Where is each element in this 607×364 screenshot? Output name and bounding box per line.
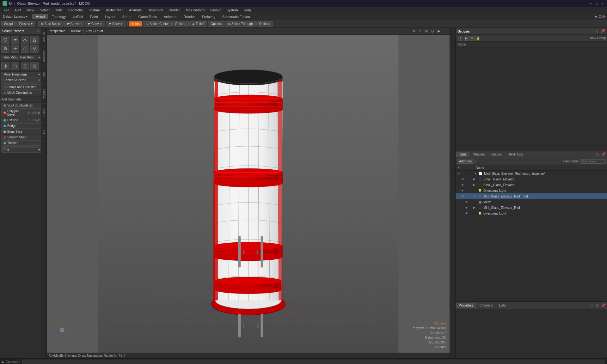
groups-new-label[interactable]: New Group	[590, 36, 606, 40]
menu-render[interactable]: Render	[166, 8, 182, 13]
sculpt-icon-2[interactable]	[11, 36, 19, 44]
tab-schematic-fusion[interactable]: Schematic Fusion	[219, 14, 253, 19]
transform-icon[interactable]	[30, 62, 39, 70]
item-row-sge2[interactable]: 👁 ▶ ⬡ Small_Glass_Elevator	[456, 182, 607, 188]
item-row-dl1[interactable]: 👁 💡 Directional Light	[456, 188, 607, 193]
item-menu-button[interactable]: Item Menu: New Item ▾	[1, 55, 41, 60]
window-controls[interactable]: − □ ×	[589, 1, 604, 6]
menu-dynamics[interactable]: Dynamics	[145, 8, 165, 13]
groups-expand-icon[interactable]: ⬡	[596, 29, 599, 33]
convert-button-2[interactable]: ⇄ Convert	[85, 21, 105, 27]
item-mesh-eye[interactable]: 👁	[464, 200, 469, 204]
move-icon[interactable]	[1, 62, 9, 70]
tab-game-tools[interactable]: Game Tools	[135, 14, 160, 19]
item-mger-eye[interactable]: 👁	[461, 194, 465, 198]
tab-shading[interactable]: Shading	[470, 152, 488, 157]
menu-vertex-map[interactable]: Vertex Map	[103, 8, 126, 13]
rotate-icon[interactable]	[11, 62, 19, 70]
sculpt-icon-7[interactable]	[21, 45, 29, 53]
groups-new-icon[interactable]: +	[458, 36, 463, 41]
sculpt-icon-5[interactable]	[1, 45, 9, 53]
tab-channels[interactable]: Channels	[476, 303, 496, 308]
menu-view[interactable]: View	[24, 8, 37, 13]
command-input[interactable]	[22, 360, 605, 364]
viewport-canvas[interactable]: X Z Y No Items Polygons : Catmull-Clark …	[47, 35, 450, 353]
sds-subdivide-button[interactable]: SDS Subdivide 2x	[1, 103, 41, 108]
raygl-label[interactable]: Ray GL: Off	[86, 29, 103, 33]
sculpt-icon-6[interactable]	[11, 45, 19, 53]
item-sge1-eye[interactable]: 👁	[461, 177, 465, 181]
item-mger2-eye[interactable]: 👁	[464, 205, 469, 210]
star-only[interactable]: ★ Only	[594, 15, 606, 19]
item-row-mger[interactable]: 👁 ▼ ⬡ Mini_Glass_Elevator_Red_mod ...	[456, 193, 607, 199]
center-selected-button[interactable]: Center Selected ▾	[1, 77, 41, 83]
tab-setup[interactable]: Setup	[119, 14, 135, 19]
tab-mesh-ops[interactable]: Mesh Ops	[505, 152, 526, 157]
add-item-arrow[interactable]: ▾	[475, 160, 477, 163]
options-button-2[interactable]: Options	[208, 21, 224, 27]
tab-uvedit[interactable]: UvEdit	[70, 14, 86, 19]
convert-button-1[interactable]: ⇄ Convert	[64, 21, 84, 27]
viewport-icon-5[interactable]: ▶	[436, 29, 441, 34]
close-button[interactable]: ×	[600, 1, 604, 6]
smooth-shaft-button[interactable]: Smooth Shaft	[1, 135, 41, 140]
tab-properties[interactable]: Properties	[456, 303, 476, 308]
vtab-mini-edit[interactable]: Mini Edit	[41, 28, 46, 47]
props-add-icon[interactable]: +	[590, 304, 594, 307]
item-row-mesh[interactable]: 👁 ▦ Mesh	[456, 199, 607, 205]
options-button-1[interactable]: Options	[172, 21, 189, 27]
item-row-dl2[interactable]: 👁 💡 Directional Light	[456, 210, 607, 216]
action-center-button[interactable]: ◎ Action Center	[143, 21, 172, 27]
viewport-icon-4[interactable]: ◎	[430, 29, 435, 34]
vtab-polygon[interactable]: Polygon	[41, 85, 46, 104]
item-sge2-eye[interactable]: 👁	[461, 183, 465, 187]
item-mger2-expand[interactable]: ▶	[473, 206, 476, 209]
menu-select[interactable]: Select	[37, 8, 52, 13]
item-root-expand[interactable]: ▼	[474, 172, 477, 175]
menu-help[interactable]: Help	[241, 8, 254, 13]
viewport-icon-3[interactable]: ⊞	[424, 29, 429, 34]
tab-lists[interactable]: Lists	[496, 303, 509, 308]
sculpt-icon-8[interactable]	[30, 45, 39, 53]
snaps-precision-button[interactable]: ⊞ Snaps and Precision	[1, 84, 41, 90]
menu-layout[interactable]: Layout	[208, 8, 223, 13]
menu-texture[interactable]: Texture	[86, 8, 103, 13]
edit-button[interactable]: Edit ▾	[1, 147, 41, 153]
tab-add[interactable]: +	[254, 14, 262, 19]
item-mger-expand[interactable]: ▼	[473, 195, 476, 198]
options-button-3[interactable]: Options	[256, 21, 273, 27]
props-pin-icon[interactable]: 📌	[600, 303, 607, 307]
presets-button[interactable]: Presets ▾	[16, 21, 35, 27]
add-item-button[interactable]: Add Item	[457, 159, 474, 164]
convert-button-3[interactable]: ⇄ Convert	[106, 21, 126, 27]
select-through-button[interactable]: ⊞ Select Through	[225, 21, 256, 27]
falloff-button[interactable]: ◈ Falloff	[189, 21, 207, 27]
sculpt-icon-1[interactable]	[1, 36, 9, 44]
item-sge1-expand[interactable]: ▶	[473, 178, 476, 181]
mesh-constraints-button[interactable]: ◈ Mesh Constraints	[1, 90, 41, 95]
items-pin-icon[interactable]: 📌	[600, 152, 607, 156]
more-transforms-button[interactable]: More Transforms ▾	[1, 72, 41, 77]
vtab-uv[interactable]: UV	[41, 123, 46, 142]
auto-select-button[interactable]: ⊕ Auto Select	[38, 21, 64, 27]
perspective-label[interactable]: Perspective	[49, 29, 65, 33]
tab-layout[interactable]: Layout	[102, 14, 119, 19]
sculpt-presets-collapse[interactable]: ▾	[37, 29, 39, 33]
tab-scripting[interactable]: Scripting	[199, 14, 218, 19]
sculpt-button[interactable]: Sculpt	[1, 21, 16, 27]
groups-pin-icon[interactable]: 📌	[601, 29, 605, 33]
texture-label[interactable]: Texture	[71, 29, 81, 33]
item-row-root[interactable]: 👁 ▼ 📄 Mini_Glass_Elevator_Red_modo_base.…	[456, 171, 607, 176]
menu-system[interactable]: System	[224, 8, 241, 13]
items-button[interactable]: Items	[129, 21, 142, 27]
tab-model[interactable]: Model	[32, 14, 48, 19]
menu-item[interactable]: Item	[53, 8, 64, 13]
item-row-sge1[interactable]: 👁 ▶ ⬡ Small_Glass_Elevator	[456, 176, 607, 182]
tab-animate[interactable]: Animate	[161, 14, 180, 19]
sculpt-icon-4[interactable]	[30, 36, 39, 44]
menu-file[interactable]: File	[1, 8, 12, 13]
vtab-edge[interactable]: Edge	[41, 66, 46, 85]
tab-items[interactable]: Items	[456, 152, 470, 157]
viewport-icon-6[interactable]: ⋮	[443, 29, 448, 34]
thicken-button[interactable]: Thicken	[1, 140, 41, 146]
